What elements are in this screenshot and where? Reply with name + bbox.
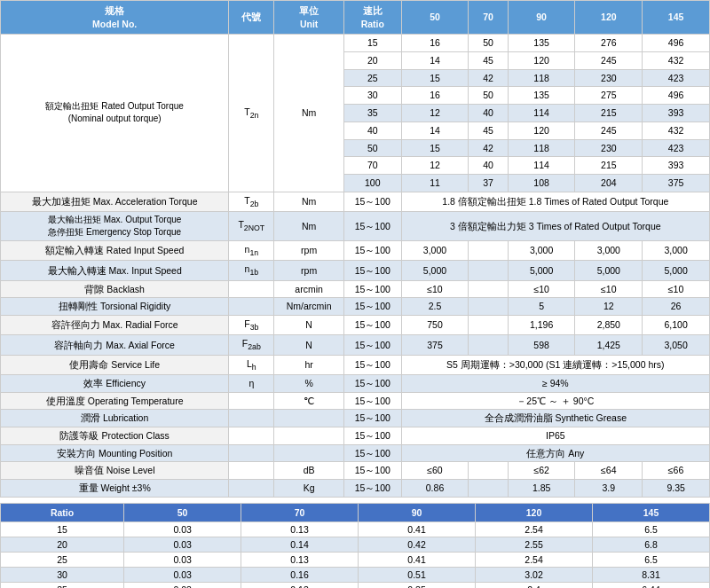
max-input-speed-120: 5,000 — [575, 261, 643, 280]
max-axial-force-row: 容許軸向力 Max. Axial Force F2ab N 15～100 375… — [1, 335, 710, 355]
max-output-symbol: T2NOT — [229, 211, 274, 240]
backlash-ratio: 15～100 — [343, 280, 401, 298]
noise-level-120: ≤64 — [575, 462, 643, 480]
protection-class-symbol — [229, 427, 274, 445]
noise-level-row: 噪音值 Noise Level dB 15～100 ≤60 ≤62 ≤64 ≤6… — [1, 462, 710, 480]
col-unit: 單位Unit — [274, 1, 344, 35]
rated-input-speed-70 — [469, 240, 508, 260]
torsional-rigidity-label: 扭轉剛性 Torsional Rigidity — [1, 298, 229, 316]
mounting-position-label: 安裝方向 Mounting Position — [1, 444, 229, 462]
max-axial-force-70 — [469, 335, 508, 355]
weight-label: 重量 Weight ±3% — [1, 480, 229, 498]
mounting-position-symbol — [229, 444, 274, 462]
operating-temp-unit: ℃ — [274, 392, 344, 410]
col-model: 规格Model No. — [1, 1, 229, 35]
torsional-rigidity-row: 扭轉剛性 Torsional Rigidity Nm/arcmin 15～100… — [1, 298, 710, 316]
protection-class-unit — [274, 427, 344, 445]
table2-row: 250.030.130.412.546.5 — [1, 552, 710, 567]
rated-torque-unit: Nm — [274, 35, 344, 192]
table2-row: 300.030.160.513.028.31 — [1, 567, 710, 582]
rated-input-speed-ratio: 15～100 — [343, 240, 401, 260]
torsional-rigidity-120: 12 — [575, 298, 643, 316]
backlash-unit: arcmin — [274, 280, 344, 298]
rated-input-speed-unit: rpm — [274, 240, 344, 260]
mounting-position-ratio: 15～100 — [343, 444, 401, 462]
weight-145: 9.35 — [643, 480, 710, 498]
operating-temp-label: 使用溫度 Operating Temperature — [1, 392, 229, 410]
col-120: 120 — [575, 1, 643, 35]
col-symbol: 代號 — [229, 1, 274, 35]
protection-class-label: 防護等級 Protection Class — [1, 427, 229, 445]
torsional-rigidity-70 — [469, 298, 508, 316]
backlash-symbol — [229, 280, 274, 298]
max-radial-force-145: 6,100 — [643, 315, 710, 334]
mounting-position-value: 任意方向 Any — [401, 444, 709, 462]
mounting-position-row: 安裝方向 Mounting Position 15～100 任意方向 Any — [1, 444, 710, 462]
max-input-speed-ratio: 15～100 — [343, 261, 401, 280]
operating-temp-row: 使用溫度 Operating Temperature ℃ 15～100 －25℃… — [1, 392, 710, 410]
backlash-70 — [469, 280, 508, 298]
torsional-rigidity-unit: Nm/arcmin — [274, 298, 344, 316]
max-accel-unit: Nm — [274, 192, 344, 211]
v70-15: 50 — [469, 35, 508, 52]
t2-col-70: 70 — [241, 503, 359, 521]
service-life-value: S5 周期運轉：>30,000 (S1 連續運轉：>15,000 hrs) — [401, 355, 709, 374]
max-radial-force-70 — [469, 315, 508, 334]
max-output-ratio: 15～100 — [343, 211, 401, 240]
lubrication-ratio: 15～100 — [343, 410, 401, 427]
max-radial-force-label: 容許徑向力 Max. Radial Force — [1, 315, 229, 334]
rated-input-speed-145: 3,000 — [643, 240, 710, 260]
max-accel-ratio: 15～100 — [343, 192, 401, 211]
max-axial-force-145: 3,050 — [643, 335, 710, 355]
noise-level-label: 噪音值 Noise Level — [1, 462, 229, 480]
max-input-speed-row: 最大輸入轉速 Max. Input Speed n1b rpm 15～100 5… — [1, 261, 710, 280]
lubrication-unit — [274, 410, 344, 427]
weight-90: 1.85 — [508, 480, 575, 498]
efficiency-symbol: η — [229, 375, 274, 393]
max-input-speed-label: 最大輸入轉速 Max. Input Speed — [1, 261, 229, 280]
max-radial-force-unit: N — [274, 315, 344, 334]
rated-torque-symbol: T2n — [229, 35, 274, 192]
efficiency-value: ≥ 94% — [401, 375, 709, 393]
backlash-50: ≤10 — [401, 280, 469, 298]
rated-input-speed-50: 3,000 — [401, 240, 469, 260]
t2-col-90: 90 — [359, 503, 476, 521]
max-input-speed-70 — [469, 261, 508, 280]
max-output-torque-row: 最大輸出扭矩 Max. Output Torque急停扭矩 Emergency … — [1, 211, 710, 240]
table1-header: 规格Model No. 代號 單位Unit 速比Ratio 50 70 90 1… — [1, 1, 710, 35]
noise-level-50: ≤60 — [401, 462, 469, 480]
noise-level-70 — [469, 462, 508, 480]
backlash-label: 背隙 Backlash — [1, 280, 229, 298]
rated-torque-row-0: 額定輸出扭矩 Rated Output Torque(Nominal outpu… — [1, 35, 710, 52]
max-radial-force-90: 1,196 — [508, 315, 575, 334]
max-radial-force-symbol: F3b — [229, 315, 274, 334]
col-90: 90 — [508, 1, 575, 35]
max-output-value: 3 倍額定輸出力矩 3 Times of Rated Output Torque — [401, 211, 709, 240]
max-radial-force-row: 容許徑向力 Max. Radial Force F3b N 15～100 750… — [1, 315, 710, 334]
service-life-ratio: 15～100 — [343, 355, 401, 374]
rated-input-speed-90: 3,000 — [508, 240, 575, 260]
backlash-row: 背隙 Backlash arcmin 15～100 ≤10 ≤10 ≤10 ≤1… — [1, 280, 710, 298]
v90-15: 135 — [508, 35, 575, 52]
torsional-rigidity-ratio: 15～100 — [343, 298, 401, 316]
rated-input-speed-row: 額定輸入轉速 Rated Input Speed n1n rpm 15～100 … — [1, 240, 710, 260]
efficiency-unit: % — [274, 375, 344, 393]
max-accel-torque-row: 最大加速扭矩 Max. Acceleration Torque T2b Nm 1… — [1, 192, 710, 211]
noise-level-ratio: 15～100 — [343, 462, 401, 480]
protection-class-value: IP65 — [401, 427, 709, 445]
weight-50: 0.86 — [401, 480, 469, 498]
backlash-145: ≤10 — [643, 280, 710, 298]
max-input-speed-symbol: n1b — [229, 261, 274, 280]
max-input-speed-145: 5,000 — [643, 261, 710, 280]
rated-input-speed-120: 3,000 — [575, 240, 643, 260]
efficiency-label: 效率 Efficiency — [1, 375, 229, 393]
lubrication-value: 全合成潤滑油脂 Synthetic Grease — [401, 410, 709, 427]
col-ratio: 速比Ratio — [343, 1, 401, 35]
weight-120: 3.9 — [575, 480, 643, 498]
v50-15: 16 — [401, 35, 469, 52]
noise-level-unit: dB — [274, 462, 344, 480]
backlash-120: ≤10 — [575, 280, 643, 298]
max-accel-label: 最大加速扭矩 Max. Acceleration Torque — [1, 192, 229, 211]
max-radial-force-ratio: 15～100 — [343, 315, 401, 334]
operating-temp-ratio: 15～100 — [343, 392, 401, 410]
